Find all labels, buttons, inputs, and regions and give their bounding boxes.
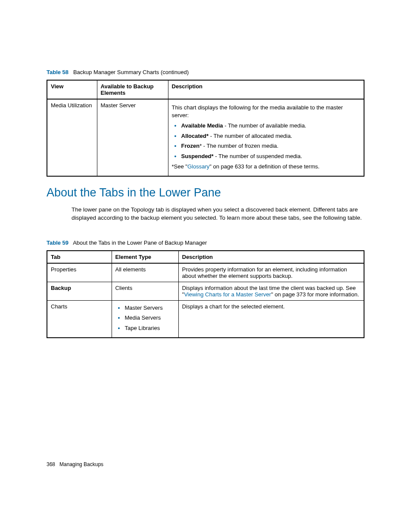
table59-caption-text: About the Tabs in the Lower Pane of Back… — [73, 240, 207, 246]
cell-description: Displays a chart for the selected elemen… — [178, 300, 364, 337]
cell-tab: Charts — [47, 300, 112, 337]
cell-description: Displays information about the last time… — [178, 282, 364, 300]
table-row: Charts Master Servers Media Servers Tape… — [47, 300, 364, 337]
desc-footnote: *See "Glossary" on page 633 for a defini… — [172, 163, 361, 171]
cell-tab: Backup — [47, 282, 112, 300]
table-row: Media Utilization Master Server This cha… — [47, 99, 364, 176]
body-paragraph: The lower pane on the Topology tab is di… — [72, 205, 364, 222]
desc-list: Available Media - The number of availabl… — [172, 122, 361, 160]
list-item: Suspended* - The number of suspended med… — [174, 152, 361, 160]
table58-header-description: Description — [168, 80, 364, 99]
glossary-link[interactable]: Glossary — [187, 163, 209, 170]
list-item: Tape Libraries — [117, 324, 175, 332]
table58: View Available to Backup Elements Descri… — [47, 80, 364, 177]
table59-header-element-type: Element Type — [112, 251, 178, 263]
list-item: Frozen* - The number of frozen media. — [174, 142, 361, 150]
cell-view: Media Utilization — [47, 99, 97, 176]
table58-header-view: View — [47, 80, 97, 99]
table58-caption: Table 58 Backup Manager Summary Charts (… — [47, 69, 364, 75]
list-item: Media Servers — [117, 314, 175, 322]
footer-section: Managing Backups — [59, 461, 103, 467]
list-item: Available Media - The number of availabl… — [174, 122, 361, 130]
table58-label: Table 58 — [47, 69, 68, 75]
table-row: Properties All elements Provides propert… — [47, 263, 364, 282]
list-item: Master Servers — [117, 304, 175, 312]
table-row: Backup Clients Displays information abou… — [47, 282, 364, 300]
table58-header-elements: Available to Backup Elements — [97, 80, 168, 99]
table59-caption: Table 59 About the Tabs in the Lower Pan… — [47, 240, 364, 246]
table59-label: Table 59 — [47, 240, 68, 246]
page-number: 368 — [47, 461, 55, 467]
table59-header-description: Description — [178, 251, 364, 263]
cell-element-type: Master Servers Media Servers Tape Librar… — [112, 300, 178, 337]
cell-description: This chart displays the following for th… — [168, 99, 364, 176]
cell-tab: Properties — [47, 263, 112, 282]
cell-description: Provides property information for an ele… — [178, 263, 364, 282]
viewing-charts-link[interactable]: Viewing Charts for a Master Server — [184, 291, 271, 298]
table59-header-tab: Tab — [47, 251, 112, 263]
cell-element-type: Clients — [112, 282, 178, 300]
cell-elements: Master Server — [97, 99, 168, 176]
page-footer: 368 Managing Backups — [47, 461, 103, 467]
list-item: Allocated* - The number of allocated med… — [174, 132, 361, 140]
desc-intro: This chart displays the following for th… — [172, 104, 361, 119]
table59: Tab Element Type Description Properties … — [47, 250, 364, 338]
section-heading: About the Tabs in the Lower Pane — [47, 186, 364, 199]
cell-element-type: All elements — [112, 263, 178, 282]
table58-caption-text: Backup Manager Summary Charts (continued… — [73, 69, 189, 75]
